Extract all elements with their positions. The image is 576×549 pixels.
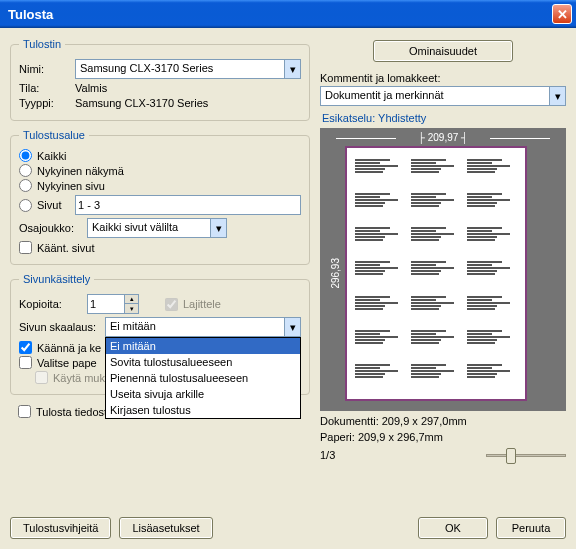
name-label: Nimi:	[19, 63, 69, 75]
status-label: Tila:	[19, 82, 69, 94]
preview-header: Esikatselu: Yhdistetty	[322, 112, 566, 124]
copies-label: Kopioita:	[19, 298, 81, 310]
scale-option[interactable]: Sovita tulostusalueeseen	[106, 354, 300, 370]
spin-up-icon[interactable]: ▴	[124, 295, 138, 304]
advanced-button[interactable]: Lisäasetukset	[119, 517, 212, 539]
handling-legend: Sivunkäsittely	[19, 273, 94, 285]
cancel-button[interactable]: Peruuta	[496, 517, 566, 539]
scale-option[interactable]: Pienennä tulostusalueeseen	[106, 370, 300, 386]
type-label: Tyyppi:	[19, 97, 69, 109]
properties-button[interactable]: Ominaisuudet	[373, 40, 513, 62]
window-title: Tulosta	[8, 7, 53, 22]
doc-size: Dokumentti: 209,9 x 297,0mm	[320, 415, 566, 427]
preview-area: ├ 209,97 ┤ 296,93	[320, 128, 566, 411]
chevron-down-icon: ▾	[284, 60, 300, 78]
preview-height: 296,93	[330, 258, 341, 289]
tips-button[interactable]: Tulostusvihjeitä	[10, 517, 111, 539]
pages-input[interactable]	[75, 195, 301, 215]
titlebar: Tulosta ✕	[0, 0, 576, 28]
subset-select[interactable]: Kaikki sivut välilta ▾	[87, 218, 227, 238]
chevron-down-icon: ▾	[549, 87, 565, 105]
printer-legend: Tulostin	[19, 38, 65, 50]
printer-name-select[interactable]: Samsung CLX-3170 Series ▾	[75, 59, 301, 79]
comments-label: Kommentit ja lomakkeet:	[320, 72, 566, 84]
chevron-down-icon: ▾	[210, 219, 226, 237]
paper-size: Paperi: 209,9 x 296,7mm	[320, 431, 566, 443]
scale-option[interactable]: Useita sivuja arkille	[106, 386, 300, 402]
range-group: Tulostusalue Kaikki Nykyinen näkymä Nyky…	[10, 129, 310, 265]
preview-page	[345, 146, 527, 401]
close-button[interactable]: ✕	[552, 4, 572, 24]
scale-option[interactable]: Kirjasen tulostus	[106, 402, 300, 418]
subset-label: Osajoukko:	[19, 222, 81, 234]
type-value: Samsung CLX-3170 Series	[75, 97, 208, 109]
scale-dropdown: Ei mitään Sovita tulostusalueeseen Piene…	[105, 337, 301, 419]
chevron-down-icon: ▾	[284, 318, 300, 336]
collate-check: Lajittele	[165, 298, 221, 311]
range-page-radio[interactable]: Nykyinen sivu	[19, 179, 301, 192]
status-value: Valmis	[75, 82, 107, 94]
zoom-slider[interactable]	[486, 446, 566, 464]
preview-width: ├ 209,97 ┤	[330, 132, 556, 143]
page-indicator: 1/3	[320, 449, 335, 461]
printer-group: Tulostin Nimi: Samsung CLX-3170 Series ▾…	[10, 38, 310, 121]
scale-select[interactable]: Ei mitään ▾ Ei mitään Sovita tulostusalu…	[105, 317, 301, 337]
comments-select[interactable]: Dokumentit ja merkinnät ▾	[320, 86, 566, 106]
range-all-radio[interactable]: Kaikki	[19, 149, 301, 162]
handling-group: Sivunkäsittely Kopioita: ▴ ▾ Lajittele	[10, 273, 310, 395]
scale-option[interactable]: Ei mitään	[106, 338, 300, 354]
range-view-radio[interactable]: Nykyinen näkymä	[19, 164, 301, 177]
ok-button[interactable]: OK	[418, 517, 488, 539]
spin-down-icon[interactable]: ▾	[124, 304, 138, 313]
scale-label: Sivun skaalaus:	[19, 321, 99, 333]
range-legend: Tulostusalue	[19, 129, 89, 141]
range-pages-radio[interactable]: Sivut	[19, 199, 69, 212]
copies-spinner[interactable]: ▴ ▾	[87, 294, 139, 314]
reverse-pages-check[interactable]: Käänt. sivut	[19, 241, 301, 254]
